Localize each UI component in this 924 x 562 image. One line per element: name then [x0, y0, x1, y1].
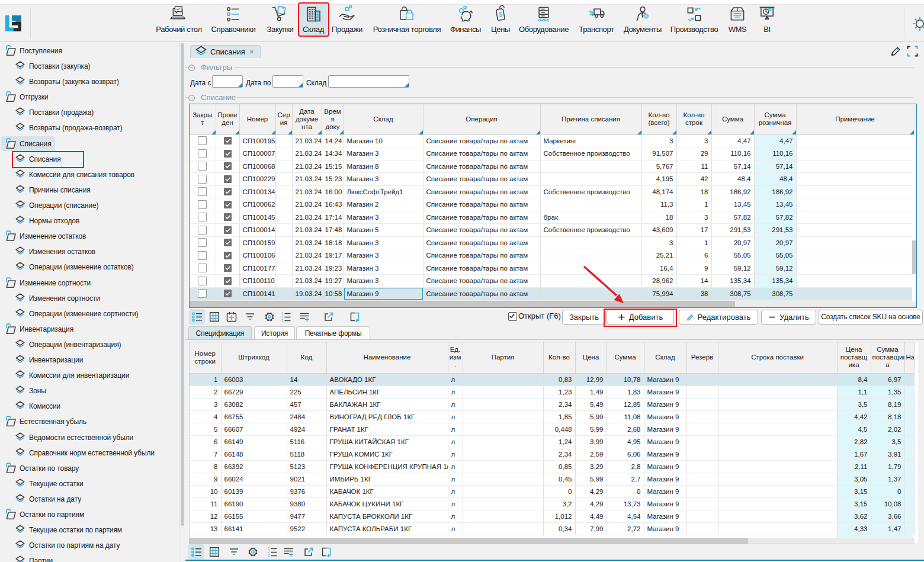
svg-text:3: 3	[281, 319, 284, 322]
svg-text:3: 3	[268, 554, 270, 557]
